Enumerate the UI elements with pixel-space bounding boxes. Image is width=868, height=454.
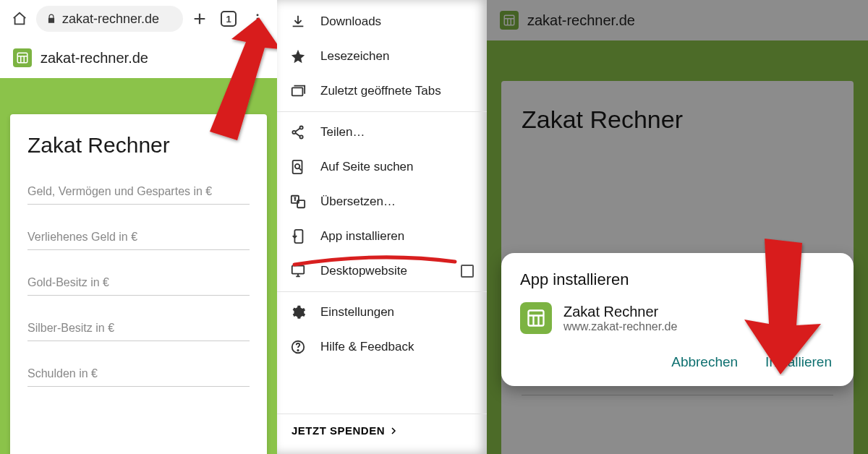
address-bar[interactable]: zakat-rechner.de bbox=[36, 6, 183, 32]
input-lent[interactable] bbox=[27, 225, 250, 250]
svg-rect-3 bbox=[17, 53, 27, 63]
url-text: zakat-rechner.de bbox=[62, 12, 159, 27]
menu-divider bbox=[277, 111, 487, 112]
svg-point-1 bbox=[257, 18, 259, 20]
menu-divider bbox=[277, 291, 487, 292]
menu-find[interactable]: Auf Seite suchen bbox=[277, 150, 487, 184]
svg-rect-14 bbox=[292, 266, 305, 274]
site-title: zakat-rechner.de bbox=[41, 50, 148, 67]
menu-translate[interactable]: Übersetzen… bbox=[277, 184, 487, 219]
overflow-menu-icon[interactable] bbox=[245, 7, 270, 31]
tab-switch-button[interactable]: 1 bbox=[216, 7, 241, 31]
translate-icon bbox=[290, 194, 306, 210]
menu-item-label: Einstellungen bbox=[320, 305, 394, 320]
input-debts[interactable] bbox=[27, 361, 250, 387]
app-logo-icon bbox=[13, 48, 32, 67]
browser-toolbar: zakat-rechner.de 1 bbox=[0, 0, 277, 38]
input-gold[interactable] bbox=[27, 270, 250, 296]
menu-share[interactable]: Teilen… bbox=[277, 115, 487, 150]
install-dialog: App installieren Zakat Rechner www.zakat… bbox=[501, 253, 854, 386]
input-silver[interactable] bbox=[27, 316, 250, 341]
menu-item-label: Hilfe & Feedback bbox=[320, 340, 414, 354]
tabs-icon bbox=[290, 83, 306, 99]
page-title: Zakat Rechner bbox=[27, 133, 250, 158]
svg-point-0 bbox=[257, 14, 259, 16]
chrome-menu: Downloads Lesezeichen Zuletzt geöffnete … bbox=[277, 0, 487, 454]
svg-point-10 bbox=[295, 164, 299, 168]
svg-rect-5 bbox=[292, 87, 303, 95]
menu-desktop-site[interactable]: Desktopwebsite bbox=[277, 254, 487, 288]
donate-button[interactable]: JETZT SPENDEN bbox=[277, 414, 487, 447]
svg-rect-18 bbox=[529, 311, 544, 326]
home-icon[interactable] bbox=[7, 7, 32, 31]
new-tab-icon[interactable] bbox=[187, 7, 212, 31]
tab-count: 1 bbox=[221, 11, 237, 27]
donate-label: JETZT SPENDEN bbox=[292, 424, 385, 437]
share-icon bbox=[290, 124, 306, 140]
lock-icon bbox=[46, 14, 56, 24]
panel-step3: zakat-rechner.de Zakat Rechner App insta… bbox=[487, 0, 868, 454]
help-icon bbox=[290, 339, 306, 355]
download-icon bbox=[290, 14, 306, 30]
svg-point-16 bbox=[297, 350, 298, 351]
gear-icon bbox=[290, 304, 306, 320]
menu-item-label: Lesezeichen bbox=[320, 49, 389, 64]
dialog-title: App installieren bbox=[520, 270, 835, 289]
menu-help[interactable]: Hilfe & Feedback bbox=[277, 330, 487, 364]
svg-point-2 bbox=[257, 22, 259, 24]
page-body: Zakat Rechner bbox=[0, 78, 277, 454]
menu-downloads[interactable]: Downloads bbox=[277, 4, 487, 39]
input-money[interactable] bbox=[27, 179, 250, 205]
dialog-app-name: Zakat Rechner bbox=[563, 303, 677, 320]
star-icon bbox=[290, 48, 306, 64]
find-icon bbox=[290, 159, 306, 175]
app-logo-icon bbox=[520, 302, 552, 334]
menu-item-label: Übersetzen… bbox=[320, 194, 396, 209]
menu-item-label: Auf Seite suchen bbox=[320, 160, 414, 174]
menu-item-label: App installieren bbox=[320, 229, 404, 244]
chevron-right-icon bbox=[389, 427, 398, 435]
site-header: zakat-rechner.de bbox=[0, 38, 277, 78]
desktop-site-checkbox[interactable] bbox=[461, 265, 474, 278]
install-app-icon bbox=[290, 228, 306, 244]
svg-rect-9 bbox=[293, 160, 302, 174]
cancel-button[interactable]: Abbrechen bbox=[668, 350, 741, 374]
dialog-app-url: www.zakat-rechner.de bbox=[563, 320, 677, 333]
desktop-icon bbox=[290, 263, 306, 279]
menu-settings[interactable]: Einstellungen bbox=[277, 295, 487, 330]
panel-step1: zakat-rechner.de 1 zakat-rechner.de Zaka… bbox=[0, 0, 277, 454]
calculator-card: Zakat Rechner bbox=[10, 114, 267, 454]
panel-step2: Downloads Lesezeichen Zuletzt geöffnete … bbox=[277, 0, 487, 454]
install-button[interactable]: Installieren bbox=[762, 350, 835, 374]
menu-item-label: Teilen… bbox=[320, 125, 365, 140]
menu-item-label: Downloads bbox=[320, 14, 381, 29]
menu-bookmarks[interactable]: Lesezeichen bbox=[277, 39, 487, 74]
menu-install-app[interactable]: App installieren bbox=[277, 219, 487, 254]
menu-item-label: Desktopwebsite bbox=[320, 264, 446, 278]
menu-recent-tabs[interactable]: Zuletzt geöffnete Tabs bbox=[277, 74, 487, 108]
menu-item-label: Zuletzt geöffnete Tabs bbox=[320, 84, 441, 98]
